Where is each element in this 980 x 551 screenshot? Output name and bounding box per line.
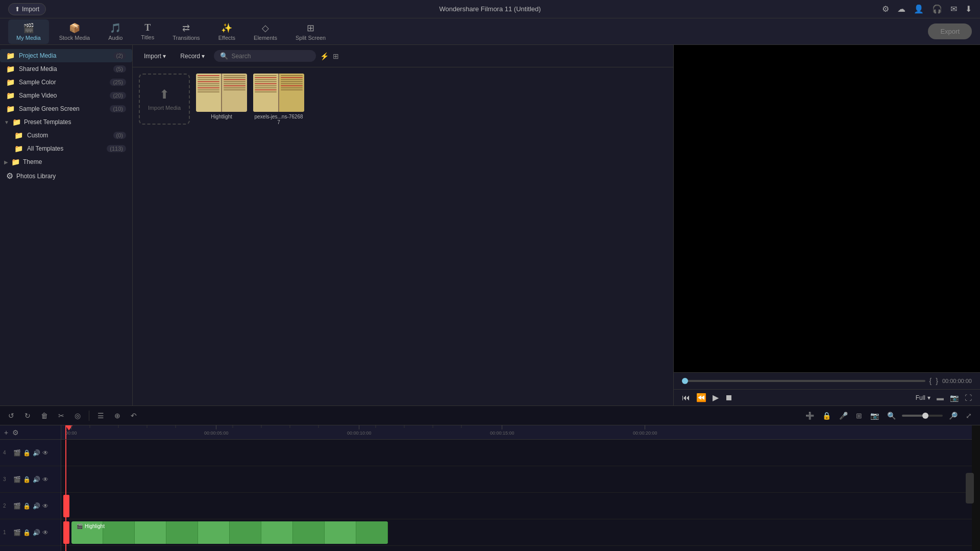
step-back-button[interactable]: ⏮ (682, 393, 690, 402)
zoom-slider[interactable] (902, 415, 943, 417)
tab-my-media[interactable]: 🎬 My Media (8, 19, 49, 44)
stamp-button[interactable]: ◎ (72, 410, 83, 422)
import-media-card[interactable]: ⬆ Import Media (139, 74, 190, 125)
settings-ruler-icon[interactable]: ⚙ (12, 428, 19, 437)
sample-color-count: (25) (110, 79, 126, 86)
top-import-button[interactable]: ⬆ Import (8, 3, 46, 15)
play-button[interactable]: ▶ (713, 393, 719, 402)
track-3-audio-icon[interactable]: 🔊 (33, 476, 40, 483)
zoom-in-button[interactable]: 🔎 (947, 410, 960, 422)
track-4-video-icon[interactable]: 🎬 (13, 449, 21, 457)
track-4-audio-icon[interactable]: 🔊 (33, 449, 40, 457)
tab-stock-media[interactable]: 📦 Stock Media (51, 19, 99, 44)
user-icon[interactable]: 👤 (914, 4, 924, 14)
magnet-button[interactable]: ⊕ (112, 410, 122, 422)
tab-effects[interactable]: ✨ Effects (210, 19, 243, 44)
preview-slider[interactable] (682, 380, 925, 382)
cloud-icon[interactable]: ☁ (897, 4, 905, 14)
settings2-button[interactable]: ⊞ (854, 410, 864, 422)
track-2-audio-icon[interactable]: 🔊 (33, 502, 40, 510)
custom-label: Custom (27, 132, 109, 139)
track-lane-2[interactable] (61, 493, 980, 519)
timeline-scrollbar-track (972, 425, 980, 551)
grid-view-icon[interactable]: ⊞ (333, 52, 339, 60)
track-1-eye-icon[interactable]: 👁 (42, 529, 48, 536)
sidebar-item-photos-library[interactable]: ⚙ Photos Library (0, 169, 132, 183)
folder-icon-2: 📁 (6, 65, 15, 73)
audio-icon: 🎵 (110, 22, 121, 34)
track-4-eye-icon[interactable]: 👁 (42, 449, 48, 457)
download-icon[interactable]: ⬇ (965, 4, 972, 14)
add-marker-icon[interactable]: + (4, 428, 8, 437)
sidebar-item-shared-media[interactable]: 📁 Shared Media (5) (0, 62, 132, 76)
headphone-icon[interactable]: 🎧 (932, 4, 942, 14)
fullscreen-icon[interactable]: ⛶ (965, 394, 972, 402)
sample-green-label: Sample Green Screen (19, 105, 106, 112)
timeline-scrollbar-thumb[interactable] (966, 473, 974, 504)
mail-icon[interactable]: ✉ (950, 4, 957, 14)
filter-icon[interactable]: ⚡ (320, 52, 329, 60)
quality-selector[interactable]: Full ▾ (916, 394, 930, 401)
track-2-eye-icon[interactable]: 👁 (42, 502, 48, 510)
track-3-lock-icon[interactable]: 🔒 (23, 476, 31, 483)
top-bar-left: ⬆ Import (8, 3, 46, 15)
track-lane-4[interactable] (61, 440, 980, 466)
custom-count: (0) (113, 132, 126, 139)
sidebar-item-sample-video[interactable]: 📁 Sample Video (20) (0, 89, 132, 102)
tab-split-screen[interactable]: ⊞ Split Screen (287, 19, 334, 44)
tab-split-screen-label: Split Screen (296, 35, 326, 41)
undo2-button[interactable]: ↶ (129, 410, 139, 422)
search-input[interactable] (231, 53, 310, 60)
sidebar-section-preset-templates[interactable]: ▼ 📁 Preset Templates (0, 115, 132, 129)
media-content: Import ▾ Record ▾ 🔍 ⚡ ⊞ ⬆ Import Media (133, 45, 674, 405)
record-button[interactable]: Record ▾ (175, 51, 210, 62)
settings-icon[interactable]: ⚙ (882, 4, 889, 14)
stop-button[interactable]: ⏹ (725, 393, 733, 402)
delete-button[interactable]: 🗑 (39, 410, 50, 422)
mic-button[interactable]: 🎤 (837, 410, 850, 422)
tab-elements[interactable]: ◇ Elements (246, 19, 285, 44)
list-button[interactable]: ☰ (95, 410, 106, 422)
media-thumb-hightlight[interactable]: Hightlight (196, 74, 247, 125)
tab-transitions[interactable]: ⇄ Transitions (164, 19, 208, 44)
sidebar-item-project-media[interactable]: 📁 Project Media (2) (0, 49, 132, 62)
track-3-num: 3 (3, 476, 11, 482)
add-track-button[interactable]: ➕ (803, 410, 816, 422)
redo-button[interactable]: ↻ (22, 410, 33, 422)
export-button[interactable]: Export (928, 23, 972, 39)
track-2-lock-icon[interactable]: 🔒 (23, 502, 31, 510)
track-lane-3[interactable] (61, 466, 980, 493)
sidebar-item-sample-green[interactable]: 📁 Sample Green Screen (10) (0, 102, 132, 115)
sidebar-item-custom[interactable]: 📁 Custom (0) (0, 129, 132, 142)
subtitle-icon[interactable]: ▬ (937, 394, 944, 402)
track-1-lock-icon[interactable]: 🔒 (23, 529, 31, 536)
undo-button[interactable]: ↺ (6, 410, 16, 422)
zoom-out-button[interactable]: 🔍 (885, 410, 898, 422)
snapshot-icon[interactable]: 📷 (950, 394, 959, 402)
timeline-clip-hightlight[interactable]: 🎬 Highlight (71, 521, 388, 544)
timeline-tracks: 🎬 Highlight (61, 440, 980, 551)
media-thumb-pexels[interactable]: pexels-jes...ns-762687 (253, 74, 304, 125)
tab-audio[interactable]: 🎵 Audio (100, 19, 131, 44)
track-1-audio-icon[interactable]: 🔊 (33, 529, 40, 536)
tab-transitions-label: Transitions (173, 35, 200, 41)
track-lane-1[interactable]: 🎬 Highlight (61, 519, 980, 546)
track-1-video-icon[interactable]: 🎬 (13, 529, 21, 536)
out-point-bracket[interactable]: } (936, 377, 938, 385)
track-2-video-icon[interactable]: 🎬 (13, 502, 21, 510)
camera2-button[interactable]: 📷 (868, 410, 881, 422)
scissors-button[interactable]: ✂ (56, 410, 66, 422)
ruler-label-15: 00:00:15:00 (490, 430, 514, 436)
sidebar-item-all-templates[interactable]: 📁 All Templates (113) (0, 142, 132, 155)
track-3-video-icon[interactable]: 🎬 (13, 476, 21, 483)
fit-button[interactable]: ⤢ (964, 410, 974, 422)
import-button[interactable]: Import ▾ (139, 51, 171, 62)
sidebar-section-theme[interactable]: ▶ 📁 Theme (0, 155, 132, 169)
track-4-lock-icon[interactable]: 🔒 (23, 449, 31, 457)
in-point-bracket[interactable]: { (929, 377, 932, 385)
frame-back-button[interactable]: ⏪ (696, 393, 706, 402)
sidebar-item-sample-color[interactable]: 📁 Sample Color (25) (0, 76, 132, 89)
lock-button[interactable]: 🔒 (820, 410, 833, 422)
tab-titles[interactable]: T Titles (133, 19, 162, 44)
track-3-eye-icon[interactable]: 👁 (42, 476, 48, 483)
